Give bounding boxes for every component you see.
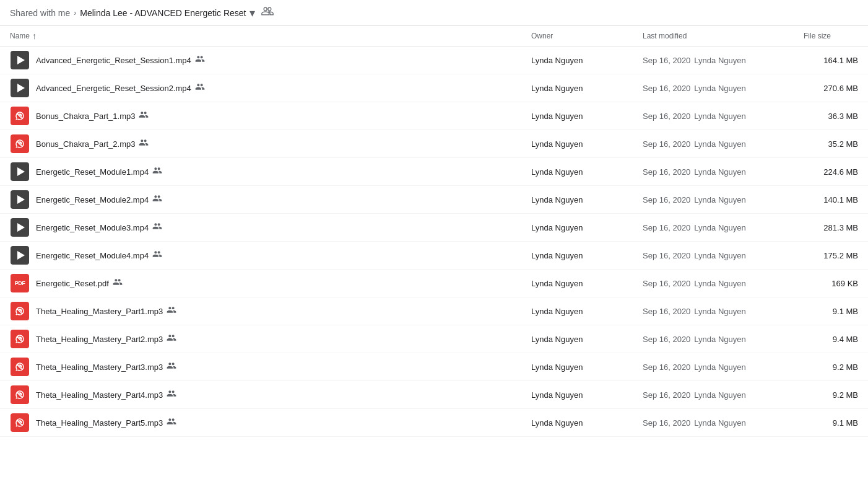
breadcrumb-dropdown-icon[interactable]: ▾ xyxy=(250,6,255,20)
table-row[interactable]: Theta_Healing_Mastery_Part2.mp3 Lynda Ng… xyxy=(0,325,868,353)
file-name-cell: Advanced_Energetic_Reset_Session1.mp4 xyxy=(0,46,521,74)
file-modified-cell: Sep 16, 2020 Lynda Nguyen xyxy=(633,46,794,74)
shared-icon xyxy=(139,110,149,122)
table-row[interactable]: Bonus_Chakra_Part_1.mp3 Lynda Nguyen Sep… xyxy=(0,102,868,130)
file-name-label: Theta_Healing_Mastery_Part2.mp3 xyxy=(36,335,163,344)
file-name-label: Advanced_Energetic_Reset_Session2.mp4 xyxy=(36,84,191,93)
modified-date: Sep 16, 2020 xyxy=(643,223,690,232)
file-name-cell: Energetic_Reset_Module1.mp4 xyxy=(0,158,521,186)
modified-by: Lynda Nguyen xyxy=(694,390,745,400)
file-icon-wrapper xyxy=(10,385,30,405)
table-row[interactable]: Energetic_Reset_Module4.mp4 Lynda Nguyen… xyxy=(0,242,868,270)
modified-date: Sep 16, 2020 xyxy=(643,363,690,372)
file-size-cell: 36.3 MB xyxy=(794,102,868,130)
table-row[interactable]: Energetic_Reset_Module3.mp4 Lynda Nguyen… xyxy=(0,214,868,242)
audio-file-icon xyxy=(11,358,29,376)
modified-date: Sep 16, 2020 xyxy=(643,195,690,204)
file-modified-cell: Sep 16, 2020 Lynda Nguyen xyxy=(633,74,794,102)
table-row[interactable]: Bonus_Chakra_Part_2.mp3 Lynda Nguyen Sep… xyxy=(0,130,868,158)
file-name-cell: Energetic_Reset_Module2.mp4 xyxy=(0,186,521,214)
file-modified-cell: Sep 16, 2020 Lynda Nguyen xyxy=(633,130,794,158)
file-name-label: Bonus_Chakra_Part_2.mp3 xyxy=(36,139,135,149)
table-row[interactable]: Theta_Healing_Mastery_Part5.mp3 Lynda Ng… xyxy=(0,409,868,437)
col-header-name[interactable]: Name ↑ xyxy=(0,26,521,46)
shared-icon xyxy=(113,277,123,289)
file-name-label: Theta_Healing_Mastery_Part1.mp3 xyxy=(36,307,163,316)
table-row[interactable]: Advanced_Energetic_Reset_Session2.mp4 Ly… xyxy=(0,74,868,102)
file-icon-wrapper xyxy=(10,218,30,237)
file-name-label: Theta_Healing_Mastery_Part5.mp3 xyxy=(36,418,163,428)
shared-icon xyxy=(167,333,176,345)
breadcrumb-chevron-icon: › xyxy=(74,9,76,17)
modified-by: Lynda Nguyen xyxy=(694,418,745,428)
file-icon-wrapper xyxy=(10,106,30,126)
col-header-owner[interactable]: Owner xyxy=(521,26,633,46)
video-file-icon xyxy=(11,162,29,181)
audio-file-icon xyxy=(11,134,29,153)
modified-date: Sep 16, 2020 xyxy=(643,139,690,149)
file-name-cell: Theta_Healing_Mastery_Part5.mp3 xyxy=(0,409,521,437)
file-name-text: Bonus_Chakra_Part_1.mp3 xyxy=(36,110,149,122)
audio-file-icon xyxy=(11,413,29,432)
table-row[interactable]: Advanced_Energetic_Reset_Session1.mp4 Ly… xyxy=(0,46,868,74)
file-modified-cell: Sep 16, 2020 Lynda Nguyen xyxy=(633,325,794,353)
shared-icon xyxy=(152,221,162,234)
breadcrumb-people-icon[interactable] xyxy=(261,5,274,20)
table-row[interactable]: PDF Energetic_Reset.pdf Lynda Nguyen Sep… xyxy=(0,270,868,297)
file-owner-cell: Lynda Nguyen xyxy=(521,74,633,102)
file-icon-wrapper xyxy=(10,413,30,433)
file-name-text: Theta_Healing_Mastery_Part5.mp3 xyxy=(36,416,176,429)
modified-date: Sep 16, 2020 xyxy=(643,335,690,344)
file-name-text: Energetic_Reset_Module3.mp4 xyxy=(36,221,162,234)
col-header-size[interactable]: File size xyxy=(794,26,868,46)
modified-by: Lynda Nguyen xyxy=(694,167,745,177)
file-icon-wrapper xyxy=(10,357,30,377)
file-name-label: Advanced_Energetic_Reset_Session1.mp4 xyxy=(36,56,191,65)
audio-file-icon xyxy=(11,302,29,320)
shared-icon xyxy=(167,305,176,317)
file-name-text: Energetic_Reset_Module2.mp4 xyxy=(36,193,162,206)
modified-by: Lynda Nguyen xyxy=(694,251,745,260)
file-size-cell: 9.2 MB xyxy=(794,381,868,409)
file-owner-cell: Lynda Nguyen xyxy=(521,353,633,381)
col-header-modified[interactable]: Last modified xyxy=(633,26,794,46)
file-size-cell: 35.2 MB xyxy=(794,130,868,158)
table-row[interactable]: Energetic_Reset_Module2.mp4 Lynda Nguyen… xyxy=(0,186,868,214)
modified-by: Lynda Nguyen xyxy=(694,307,745,316)
file-name-cell: PDF Energetic_Reset.pdf xyxy=(0,270,521,297)
file-name-cell: Theta_Healing_Mastery_Part2.mp3 xyxy=(0,325,521,353)
file-name-cell: Energetic_Reset_Module4.mp4 xyxy=(0,242,521,270)
modified-date: Sep 16, 2020 xyxy=(643,279,690,288)
breadcrumb-folder-name: Melinda Lee - ADVANCED Energetic Reset xyxy=(80,8,246,18)
file-icon-wrapper xyxy=(10,245,30,265)
table-row[interactable]: Theta_Healing_Mastery_Part4.mp3 Lynda Ng… xyxy=(0,381,868,409)
shared-icon xyxy=(152,165,162,178)
video-file-icon xyxy=(11,79,29,97)
file-size-cell: 9.2 MB xyxy=(794,353,868,381)
shared-icon xyxy=(167,416,176,429)
modified-by: Lynda Nguyen xyxy=(694,84,745,93)
file-owner-cell: Lynda Nguyen xyxy=(521,158,633,186)
file-modified-cell: Sep 16, 2020 Lynda Nguyen xyxy=(633,102,794,130)
modified-by: Lynda Nguyen xyxy=(694,363,745,372)
file-owner-cell: Lynda Nguyen xyxy=(521,102,633,130)
file-name-cell: Bonus_Chakra_Part_1.mp3 xyxy=(0,102,521,130)
file-owner-cell: Lynda Nguyen xyxy=(521,214,633,242)
breadcrumb-current-folder: Melinda Lee - ADVANCED Energetic Reset ▾ xyxy=(80,5,274,20)
table-row[interactable]: Energetic_Reset_Module1.mp4 Lynda Nguyen… xyxy=(0,158,868,186)
file-size-cell: 9.1 MB xyxy=(794,297,868,325)
video-file-icon xyxy=(11,246,29,265)
file-icon-wrapper xyxy=(10,329,30,349)
table-row[interactable]: Theta_Healing_Mastery_Part3.mp3 Lynda Ng… xyxy=(0,353,868,381)
modified-date: Sep 16, 2020 xyxy=(643,84,690,93)
file-owner-cell: Lynda Nguyen xyxy=(521,381,633,409)
file-name-label: Energetic_Reset_Module2.mp4 xyxy=(36,195,149,204)
file-name-text: Bonus_Chakra_Part_2.mp3 xyxy=(36,138,149,150)
table-row[interactable]: Theta_Healing_Mastery_Part1.mp3 Lynda Ng… xyxy=(0,297,868,325)
breadcrumb-shared-link[interactable]: Shared with me xyxy=(10,8,70,18)
file-table: Name ↑ Owner Last modified File size Adv… xyxy=(0,26,868,437)
file-owner-cell: Lynda Nguyen xyxy=(521,46,633,74)
file-modified-cell: Sep 16, 2020 Lynda Nguyen xyxy=(633,297,794,325)
modified-date: Sep 16, 2020 xyxy=(643,251,690,260)
audio-file-icon xyxy=(11,385,29,404)
